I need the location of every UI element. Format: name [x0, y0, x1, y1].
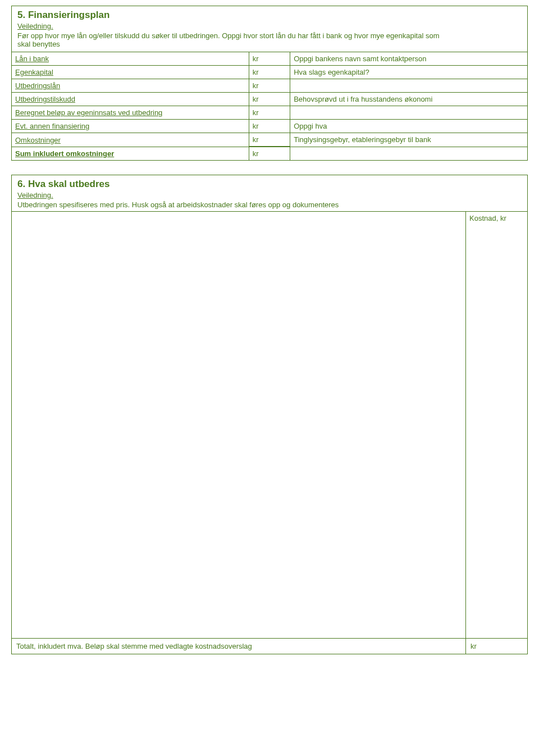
section6-header: 6. Hva skal utbedres Veiledning. — [12, 175, 527, 201]
row-note-sum — [290, 147, 527, 160]
row-note-egenkapital: Hva slags egenkapital? — [290, 66, 527, 79]
row-note-omkostninger: Tinglysingsgebyr, etableringsgebyr til b… — [290, 133, 527, 147]
section5-guidance-text: Før opp hvor mye lån og/eller tilskudd d… — [12, 31, 527, 52]
section6-title: 6. Hva skal utbedres — [17, 179, 522, 190]
row-label-egenkapital: Egenkapital — [12, 66, 249, 79]
section6-footer: Totalt, inkludert mva. Beløp skal stemme… — [12, 638, 527, 654]
section6-guidance-label: Veiledning. — [17, 191, 522, 199]
row-label-sum: Sum inkludert omkostninger — [12, 147, 249, 160]
section6-footer-label: Totalt, inkludert mva. Beløp skal stemme… — [12, 639, 465, 654]
row-label-annen: Evt. annen finansiering — [12, 120, 249, 133]
row-unit-egenkapital[interactable]: kr — [249, 66, 290, 79]
row-unit-lan-i-bank[interactable]: kr — [249, 52, 290, 66]
row-label-utbedringstilskudd: Utbedringstilskudd — [12, 93, 249, 106]
row-note-annen: Oppgi hva — [290, 120, 527, 133]
row-note-utbedringstilskudd: Behovsprøvd ut i fra husstandens økonomi — [290, 93, 527, 106]
row-label-lan-i-bank: Lån i bank — [12, 52, 249, 66]
section5-title: 5. Finansieringsplan — [17, 10, 522, 21]
section6-guidance-text: Utbedringen spesifiseres med pris. Husk … — [12, 201, 527, 211]
row-unit-egeninnsats[interactable]: kr — [249, 106, 290, 120]
section-hva-skal-utbedres: 6. Hva skal utbedres Veiledning. Utbedri… — [11, 175, 528, 654]
section5-guidance-label: Veiledning. — [17, 22, 522, 30]
row-label-utbedringslan: Utbedringslån — [12, 79, 249, 93]
row-unit-utbedringslan[interactable]: kr — [249, 79, 290, 93]
section-finansieringsplan: 5. Finansieringsplan Veiledning. Før opp… — [11, 6, 528, 161]
section6-body[interactable]: Kostnad, kr — [12, 211, 527, 638]
row-unit-utbedringstilskudd[interactable]: kr — [249, 93, 290, 106]
row-note-bank: Oppgi bankens navn samt kontaktperson — [290, 52, 527, 66]
row-label-omkostninger: Omkostninger — [12, 133, 249, 147]
guidance-line-2: skal benyttes — [17, 40, 60, 48]
section6-footer-unit[interactable]: kr — [465, 639, 527, 654]
guidance-line-1: Før opp hvor mye lån og/eller tilskudd d… — [17, 31, 440, 40]
financing-table: Lån i bank kr Oppgi bankens navn samt ko… — [12, 52, 527, 160]
row-unit-sum[interactable]: kr — [249, 147, 290, 160]
section5-header: 5. Finansieringsplan Veiledning. — [12, 6, 527, 31]
row-note-utbedringslan — [290, 79, 527, 93]
row-unit-omkostninger[interactable]: kr — [249, 133, 290, 147]
row-label-egeninnsats: Beregnet beløp av egeninnsats ved utbedr… — [12, 106, 249, 120]
row-note-egeninnsats — [290, 106, 527, 120]
kostnad-column-header: Kostnad, kr — [465, 212, 527, 638]
row-unit-annen[interactable]: kr — [249, 120, 290, 133]
